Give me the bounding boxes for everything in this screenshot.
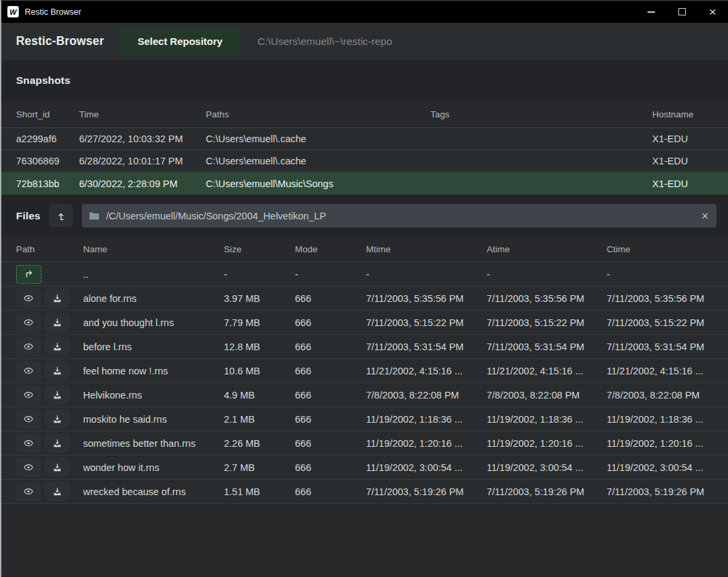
file-atime: - [487,269,607,280]
download-icon [52,390,62,400]
file-mtime: 11/19/2002, 1:18:36 ... [366,414,487,425]
clear-icon: × [701,209,709,223]
close-icon: × [709,5,716,18]
column-mtime: Mtime [366,244,487,254]
download-file-button[interactable] [45,409,70,429]
file-ctime: 11/19/2002, 3:00:54 ... [607,462,728,473]
column-ctime: Ctime [607,244,728,254]
download-file-button[interactable] [45,313,70,332]
file-row[interactable]: before l.rns 12.8 MB 666 7/11/2003, 5:31… [1,335,728,359]
file-mtime: - [366,269,487,280]
preview-file-button[interactable] [16,288,41,308]
snapshot-row[interactable]: a2299af6 6/27/2022, 10:03:32 PM C:\Users… [1,128,728,150]
file-size: 10.6 MB [224,366,295,376]
file-row[interactable]: wrecked because of.rns 1.51 MB 666 7/11/… [1,480,728,504]
app-window-icon: W [7,6,19,17]
file-path-input[interactable]: × [82,204,717,227]
file-atime: 7/11/2003, 5:19:26 PM [487,486,607,497]
minimize-icon [648,11,655,13]
snapshots-section-header: Snapshots [1,60,728,101]
file-atime: 7/8/2003, 8:22:08 PM [487,390,607,401]
up-directory-button[interactable] [16,265,42,284]
download-icon [52,486,62,496]
snapshot-time: 6/30/2022, 2:28:09 PM [79,178,206,189]
go-parent-directory-button[interactable] [49,204,73,227]
file-size: 7.79 MB [224,317,295,328]
app-title: Restic-Browser [16,34,104,48]
file-name: wrecked because of.rns [83,486,224,497]
snapshot-short-id: a2299af6 [16,134,79,144]
file-mode: 666 [295,390,366,401]
download-file-button[interactable] [45,482,70,501]
file-mode: 666 [295,462,366,473]
download-file-button[interactable] [45,385,70,405]
maximize-button[interactable] [666,1,697,23]
download-file-button[interactable] [45,458,70,477]
file-name: before l.rns [83,342,224,352]
column-time: Time [79,109,206,119]
download-icon [52,317,62,327]
file-row[interactable]: wonder how it.rns 2.7 MB 666 11/19/2002,… [1,456,728,480]
download-file-button[interactable] [45,361,70,380]
files-title: Files [16,210,40,222]
file-size: 1.51 MB [224,486,295,497]
file-ctime: 7/8/2003, 8:22:08 PM [607,390,728,401]
titlebar: W Restic Browser × [1,1,728,23]
preview-file-button[interactable] [16,313,41,332]
snapshots-table-header: Short_id Time Paths Tags Hostname [1,101,728,128]
snapshot-row-selected[interactable]: 72b813bb 6/30/2022, 2:28:09 PM C:\Users\… [1,172,728,195]
column-short-id: Short_id [16,109,79,119]
file-ctime: 11/19/2002, 1:20:16 ... [607,438,728,449]
download-icon [52,293,62,303]
preview-file-button[interactable] [16,433,41,453]
download-icon [52,366,62,376]
download-file-button[interactable] [45,288,70,308]
download-file-button[interactable] [45,337,70,356]
snapshot-short-id: 76306869 [16,156,79,166]
file-row[interactable]: Helvikone.rns 4.9 MB 666 7/8/2003, 8:22:… [1,383,728,407]
minimize-button[interactable] [635,1,666,23]
toolbar: Restic-Browser Select Repository C:\User… [1,23,728,60]
close-button[interactable]: × [697,1,728,23]
clear-path-button[interactable]: × [700,210,710,222]
file-row[interactable]: moskito he said.rns 2.1 MB 666 11/19/200… [1,407,728,431]
snapshot-row[interactable]: 76306869 6/28/2022, 10:01:17 PM C:\Users… [1,150,728,172]
file-ctime: 7/11/2003, 5:19:26 PM [607,486,728,497]
snapshot-paths: C:\Users\emuell\.cache [206,156,430,166]
download-file-button[interactable] [45,433,70,453]
eye-icon [23,486,34,496]
snapshot-hostname: X1-EDU [652,178,728,189]
file-size: 3.97 MB [224,293,295,304]
up-right-arrow-icon [23,270,34,279]
eye-icon [23,414,34,424]
file-row[interactable]: and you thought l.rns 7.79 MB 666 7/11/2… [1,311,728,335]
path-text-field[interactable] [106,211,700,221]
column-atime: Atime [487,244,607,254]
snapshot-hostname: X1-EDU [652,156,728,166]
file-row[interactable]: sometimes better than.rns 2.26 MB 666 11… [1,431,728,456]
preview-file-button[interactable] [16,385,41,405]
file-row[interactable]: feel home now !.rns 10.6 MB 666 11/21/20… [1,359,728,383]
file-ctime: 7/11/2003, 5:15:22 PM [607,317,728,328]
eye-icon [23,317,34,327]
eye-icon [23,462,34,472]
eye-icon [23,342,34,352]
eye-icon [23,438,34,448]
preview-file-button[interactable] [16,482,41,501]
download-icon [52,414,62,424]
preview-file-button[interactable] [16,458,41,477]
repository-path: C:\Users\emuell\~\restic-repo [257,36,392,48]
preview-file-button[interactable] [16,337,41,356]
file-mode: 666 [295,486,366,497]
file-row[interactable]: alone for.rns 3.97 MB 666 7/11/2003, 5:3… [1,286,728,311]
file-size: 4.9 MB [224,390,295,401]
up-level-icon [56,211,66,221]
file-size: 2.1 MB [224,414,295,425]
select-repository-button[interactable]: Select Repository [120,28,240,56]
file-mtime: 7/11/2003, 5:35:56 PM [366,293,487,304]
file-atime: 7/11/2003, 5:31:54 PM [487,342,607,352]
eye-icon [23,366,34,376]
parent-directory-row[interactable]: .. - - - - - [1,262,728,286]
preview-file-button[interactable] [16,361,41,380]
preview-file-button[interactable] [16,409,41,429]
